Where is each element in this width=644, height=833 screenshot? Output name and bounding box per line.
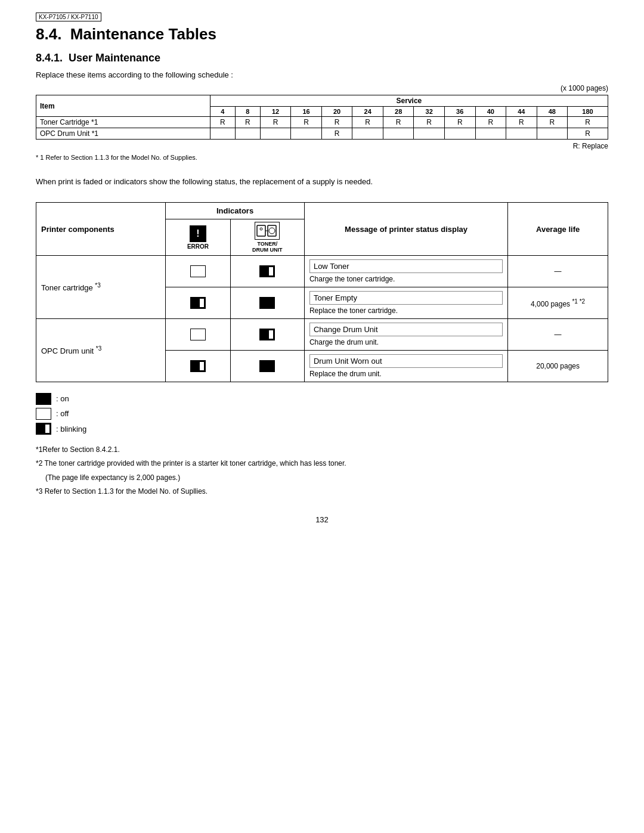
page-number: 132 xyxy=(36,515,608,524)
th-message: Message of printer status display xyxy=(304,203,507,256)
schedule-item: Toner Cartridge *1 xyxy=(36,117,210,128)
legend-blinking: : blinking xyxy=(36,422,608,436)
component-cell: OPC Drum unit *3 xyxy=(36,319,166,382)
average-life-cell: 20,000 pages xyxy=(508,351,608,382)
message-title: Toner Empty xyxy=(309,291,503,305)
error-indicator-cell xyxy=(166,287,231,319)
col-service: Service xyxy=(210,95,608,107)
schedule-val xyxy=(475,128,506,140)
col-item: Item xyxy=(36,95,210,117)
message-cell: Toner EmptyReplace the toner cartridge. xyxy=(304,287,507,319)
th-indicators: Indicators xyxy=(166,203,305,219)
svg-rect-0 xyxy=(257,225,265,236)
message-title: Low Toner xyxy=(309,259,503,273)
th-average-life: Average life xyxy=(508,203,608,256)
legend-off: : off xyxy=(36,407,608,420)
th-toner-drum: TONER/ DRUM UNIT xyxy=(230,219,304,256)
schedule-val: R xyxy=(506,117,537,128)
svg-point-3 xyxy=(269,228,275,234)
blinking-label: : blinking xyxy=(56,422,86,436)
schedule-val xyxy=(414,128,445,140)
message-sub: Charge the drum unit. xyxy=(309,338,503,346)
message-sub: Replace the drum unit. xyxy=(309,370,503,378)
service-col-20: 20 xyxy=(321,107,352,117)
service-col-180: 180 xyxy=(568,107,608,117)
service-col-8: 8 xyxy=(235,107,260,117)
service-col-12: 12 xyxy=(260,107,291,117)
schedule-val xyxy=(537,128,568,140)
schedule-val xyxy=(291,128,322,140)
on-icon xyxy=(36,393,51,405)
schedule-val: R xyxy=(321,128,352,140)
th-printer-components: Printer components xyxy=(36,203,166,256)
indicator-row: OPC Drum unit *3Change Drum UnitCharge t… xyxy=(36,319,608,351)
service-col-40: 40 xyxy=(475,107,506,117)
toner-indicator-cell xyxy=(230,319,304,351)
service-col-24: 24 xyxy=(352,107,383,117)
toner-indicator-cell xyxy=(230,351,304,382)
average-life-cell: 4,000 pages *1 *2 xyxy=(508,287,608,319)
error-indicator-cell xyxy=(166,256,231,287)
schedule-val: R xyxy=(352,117,383,128)
legend: : on : off : blinking xyxy=(36,392,608,436)
subsection-title: 8.4.1. User Maintenance xyxy=(36,52,608,64)
schedule-val xyxy=(506,128,537,140)
schedule-val xyxy=(260,128,291,140)
message-cell: Drum Unit Worn outReplace the drum unit. xyxy=(304,351,507,382)
average-life-cell: — xyxy=(508,256,608,287)
message-cell: Low TonerCharge the toner cartridge. xyxy=(304,256,507,287)
schedule-val: R xyxy=(291,117,322,128)
component-cell: Toner cartridge *3 xyxy=(36,256,166,319)
schedule-val: R xyxy=(537,117,568,128)
svg-point-1 xyxy=(260,228,262,230)
message-cell: Change Drum UnitCharge the drum unit. xyxy=(304,319,507,351)
r-replace-note: R: Replace xyxy=(36,142,608,150)
service-col-16: 16 xyxy=(291,107,322,117)
service-col-32: 32 xyxy=(414,107,445,117)
off-label: : off xyxy=(56,407,69,420)
schedule-val: R xyxy=(568,128,608,140)
fn2: *2 The toner cartridge provided with the… xyxy=(36,458,608,469)
section-note: When print is faded or indicators show t… xyxy=(36,177,608,186)
fn2b: (The page life expectancy is 2,000 pages… xyxy=(36,472,608,484)
intro-text: Replace these items according to the fol… xyxy=(36,70,608,79)
schedule-item: OPC Drum Unit *1 xyxy=(36,128,210,140)
pages-note: (x 1000 pages) xyxy=(36,84,608,92)
blink-icon xyxy=(36,423,51,435)
th-error: ! ERROR xyxy=(166,219,231,256)
section-title: 8.4. Maintenance Tables xyxy=(36,25,608,44)
service-col-48: 48 xyxy=(537,107,568,117)
off-icon xyxy=(36,408,51,420)
error-indicator-cell xyxy=(166,319,231,351)
message-sub: Charge the toner cartridge. xyxy=(309,275,503,283)
schedule-table: Item Service 4812162024283236404448180 T… xyxy=(36,95,608,140)
schedule-val xyxy=(383,128,414,140)
service-col-36: 36 xyxy=(444,107,475,117)
service-col-28: 28 xyxy=(383,107,414,117)
indicators-table: Printer components Indicators Message of… xyxy=(36,202,608,382)
service-col-4: 4 xyxy=(210,107,235,117)
average-life-cell: — xyxy=(508,319,608,351)
schedule-val: R xyxy=(414,117,445,128)
schedule-val xyxy=(210,128,235,140)
schedule-val: R xyxy=(444,117,475,128)
fn3: *3 Refer to Section 1.1.3 for the Model … xyxy=(36,486,608,497)
indicator-row: Toner cartridge *3Low TonerCharge the to… xyxy=(36,256,608,287)
model-badge: KX-P7105 / KX-P7110 xyxy=(36,13,101,21)
schedule-val xyxy=(235,128,260,140)
schedule-val: R xyxy=(321,117,352,128)
service-col-44: 44 xyxy=(506,107,537,117)
toner-indicator-cell xyxy=(230,256,304,287)
schedule-val: R xyxy=(475,117,506,128)
legend-on: : on xyxy=(36,392,608,405)
footnote-sup: * 1 Refer to Section 1.1.3 for the Model… xyxy=(36,154,608,161)
schedule-val xyxy=(444,128,475,140)
schedule-val: R xyxy=(210,117,235,128)
schedule-val xyxy=(352,128,383,140)
message-sub: Replace the toner cartridge. xyxy=(309,306,503,315)
error-indicator-cell xyxy=(166,351,231,382)
schedule-val: R xyxy=(568,117,608,128)
message-title: Drum Unit Worn out xyxy=(309,354,503,368)
toner-indicator-cell xyxy=(230,287,304,319)
schedule-val: R xyxy=(260,117,291,128)
